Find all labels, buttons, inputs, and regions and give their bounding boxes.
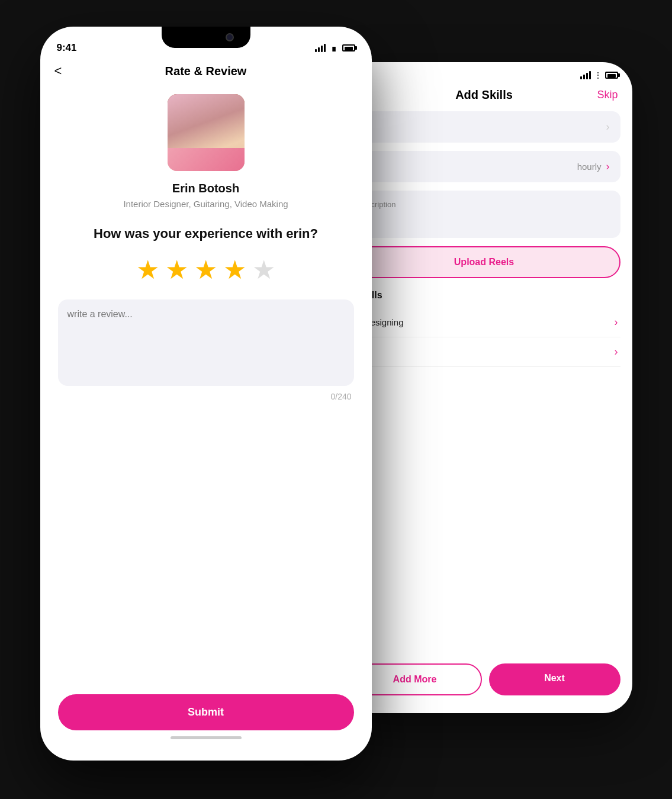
upload-reels-button[interactable]: Upload Reels [348, 246, 620, 278]
added-skills-label: d Skills [348, 290, 620, 301]
front-wifi-icon: ∎ [331, 43, 337, 54]
rate-field-value: hourly [577, 162, 602, 172]
front-main-content: Erin Botosh Interior Designer, Guitaring… [40, 88, 372, 401]
avatar-shirt [168, 148, 245, 171]
skill-item-1[interactable]: nic Designing › [348, 308, 620, 337]
description-label: description [359, 200, 610, 209]
skill-item-2[interactable]: ring › [348, 337, 620, 367]
front-header: < Rate & Review [40, 57, 372, 88]
skill-field-1[interactable]: › [348, 111, 620, 143]
home-indicator [171, 736, 242, 739]
front-status-icons: ∎ [315, 43, 355, 54]
back-button[interactable]: < [54, 63, 62, 79]
star-4[interactable]: ★ [223, 257, 246, 283]
star-3[interactable]: ★ [194, 257, 217, 283]
back-battery-icon [605, 72, 618, 79]
chevron-right-icon-1: › [606, 121, 610, 133]
back-status-bar: ⋮ [336, 62, 632, 83]
rate-review-phone: 9:41 ∎ < Rate & Review Erin Botosh I [40, 27, 372, 761]
phone-notch [162, 27, 250, 48]
person-skills: Interior Designer, Guitaring, Video Maki… [123, 199, 288, 209]
add-skills-content: › e hourly › description Upload Reels d … [336, 111, 632, 367]
camera-icon [226, 33, 234, 41]
skill-2-chevron-icon: › [615, 346, 618, 358]
review-input[interactable] [67, 309, 345, 374]
front-time: 9:41 [57, 42, 77, 54]
add-skills-phone: ⋮ Add Skills Skip › e hourly › descripti… [336, 62, 632, 713]
char-count: 0/240 [58, 392, 354, 401]
star-rating[interactable]: ★ ★ ★ ★ ★ [136, 257, 275, 283]
description-field[interactable]: description [348, 191, 620, 238]
front-battery-icon [342, 44, 355, 51]
chevron-right-icon-2: › [606, 160, 610, 173]
back-wifi-icon: ⋮ [594, 70, 602, 80]
star-1[interactable]: ★ [136, 257, 159, 283]
experience-question: How was your experience with erin? [94, 225, 318, 243]
back-status-icons: ⋮ [580, 70, 618, 80]
review-input-container [58, 299, 354, 386]
rate-field[interactable]: e hourly › [348, 151, 620, 182]
next-button[interactable]: Next [489, 663, 620, 695]
skill-1-chevron-icon: › [615, 316, 618, 328]
skip-button[interactable]: Skip [597, 89, 618, 101]
back-signal-icon [580, 71, 591, 79]
back-bottom-actions: Add More Next [336, 654, 632, 713]
rate-review-title: Rate & Review [165, 65, 247, 78]
back-header: Add Skills Skip [336, 83, 632, 111]
avatar [168, 94, 245, 171]
submit-button[interactable]: Submit [58, 694, 354, 730]
star-5[interactable]: ★ [252, 257, 275, 283]
person-name: Erin Botosh [172, 182, 239, 195]
add-skills-title: Add Skills [455, 88, 513, 102]
front-bottom-actions: Submit [40, 685, 372, 761]
star-2[interactable]: ★ [165, 257, 188, 283]
front-signal-icon [315, 44, 326, 52]
